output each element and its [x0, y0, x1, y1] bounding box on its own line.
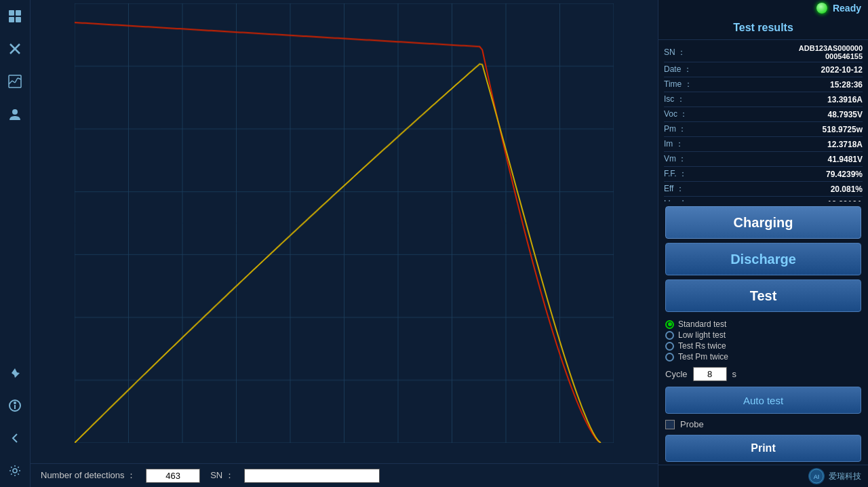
sn-label-r: SN ：: [664, 47, 686, 58]
user-icon[interactable]: [5, 104, 24, 123]
eff-value: 20.081%: [831, 184, 863, 194]
radio-testpm[interactable]: Test Pm twice: [665, 352, 861, 362]
main-container: IV Curve1 PV Curve1 Pm ：518.9725w Rank ：…: [0, 0, 868, 487]
logo-text: 爱瑞科技: [829, 471, 861, 482]
sn-row: SN ： ADB123AS000000000546155: [664, 43, 863, 62]
svg-rect-6: [9, 75, 21, 87]
radio-options: Standard test Low light test Test Rs twi…: [658, 317, 868, 364]
charging-button[interactable]: Charging: [665, 206, 861, 239]
date-label: Date ：: [664, 64, 692, 75]
pin-icon[interactable]: [5, 364, 24, 383]
ff-value: 79.4239%: [826, 170, 863, 179]
detections-label: Number of detections ：: [41, 469, 136, 482]
iload-row: I.load ： 13.3916A: [664, 197, 863, 201]
sidebar: [0, 0, 31, 487]
logo-icon: AI: [808, 468, 825, 484]
voc-value: 48.7935V: [828, 110, 863, 119]
logo-area: AI 爱瑞科技: [658, 465, 868, 487]
status-text: Ready: [833, 3, 861, 14]
radio-standard[interactable]: Standard test: [665, 319, 861, 329]
settings-icon[interactable]: [5, 461, 24, 480]
svg-point-15: [13, 469, 17, 473]
svg-point-14: [14, 402, 16, 404]
svg-text:AI: AI: [814, 473, 820, 480]
pm-row: Pm ： 518.9725w: [664, 122, 863, 137]
right-panel: Ready Test results SN ： ADB123AS00000000…: [658, 0, 868, 487]
voc-row: Voc ： 48.7935V: [664, 107, 863, 122]
back-icon[interactable]: [5, 429, 24, 448]
grid-icon[interactable]: [5, 7, 24, 26]
ff-row: F.F. ： 79.4239%: [664, 167, 863, 182]
chart-area: IV Curve1 PV Curve1 Pm ：518.9725w Rank ：…: [31, 0, 658, 487]
iv-pv-chart: [75, 3, 614, 443]
vm-label: Vm ：: [664, 153, 686, 165]
date-value: 2022-10-12: [821, 65, 863, 75]
svg-line-9: [15, 78, 18, 83]
im-label: Im ：: [664, 138, 684, 150]
sn-label: SN ：: [210, 469, 234, 482]
eff-label: Eff ：: [664, 183, 684, 195]
svg-rect-3: [16, 17, 21, 22]
probe-checkbox[interactable]: [665, 420, 675, 429]
sn-input[interactable]: [244, 469, 380, 483]
radio-testrs-label: Test Rs twice: [678, 341, 726, 351]
status-bar: Ready: [658, 0, 868, 16]
chart-wrapper: IV Curve1 PV Curve1 Pm ：518.9725w Rank ：…: [31, 0, 658, 463]
test-button[interactable]: Test: [665, 279, 861, 312]
ff-label: F.F. ：: [664, 168, 687, 180]
cycle-unit: s: [732, 369, 737, 379]
date-row: Date ： 2022-10-12: [664, 62, 863, 77]
cycle-label: Cycle: [665, 369, 688, 379]
status-indicator: [816, 3, 827, 14]
print-button[interactable]: Print: [665, 435, 861, 462]
time-label: Time ：: [664, 79, 692, 90]
radio-lowlight-circle: [665, 331, 674, 340]
chart-icon[interactable]: [5, 72, 24, 91]
probe-row: Probe: [658, 416, 868, 432]
radio-standard-circle: [665, 320, 674, 329]
svg-point-11: [12, 109, 18, 115]
im-row: Im ： 12.3718A: [664, 137, 863, 152]
isc-row: Isc ： 13.3916A: [664, 92, 863, 107]
time-row: Time ： 15:28:36: [664, 77, 863, 92]
results-header: Test results: [658, 16, 868, 40]
sn-value: ADB123AS000000000546155: [799, 44, 863, 60]
info-icon[interactable]: [5, 396, 24, 415]
data-grid: SN ： ADB123AS000000000546155 Date ： 2022…: [658, 40, 868, 201]
radio-testrs-circle: [665, 342, 674, 351]
vm-row: Vm ： 41.9481V: [664, 152, 863, 167]
action-buttons: Charging Discharge Test: [658, 201, 868, 317]
cycle-row: Cycle s: [658, 364, 868, 384]
vm-value: 41.9481V: [828, 155, 863, 164]
auto-test-button[interactable]: Auto test: [665, 387, 861, 414]
radio-testpm-label: Test Pm twice: [678, 352, 728, 362]
isc-label: Isc ：: [664, 94, 685, 105]
im-value: 12.3718A: [827, 140, 863, 149]
pm-value: 518.9725w: [823, 125, 863, 134]
discharge-button[interactable]: Discharge: [665, 243, 861, 275]
radio-lowlight[interactable]: Low light test: [665, 330, 861, 340]
voc-label: Voc ：: [664, 109, 688, 120]
radio-testrs[interactable]: Test Rs twice: [665, 341, 861, 351]
eff-row: Eff ： 20.081%: [664, 182, 863, 197]
probe-label: Probe: [680, 419, 704, 429]
svg-rect-1: [16, 10, 21, 16]
time-value: 15:28:36: [830, 80, 863, 90]
radio-standard-label: Standard test: [678, 319, 726, 329]
detections-input[interactable]: [146, 469, 200, 483]
close-icon[interactable]: [5, 39, 24, 58]
svg-rect-0: [9, 10, 14, 16]
radio-lowlight-label: Low light test: [678, 330, 726, 340]
bottom-bar: Number of detections ： SN ：: [31, 463, 658, 487]
svg-rect-2: [9, 17, 14, 22]
isc-value: 13.3916A: [827, 95, 863, 104]
cycle-input[interactable]: [693, 367, 727, 381]
radio-testpm-circle: [665, 353, 674, 362]
pm-label: Pm ：: [664, 123, 686, 135]
